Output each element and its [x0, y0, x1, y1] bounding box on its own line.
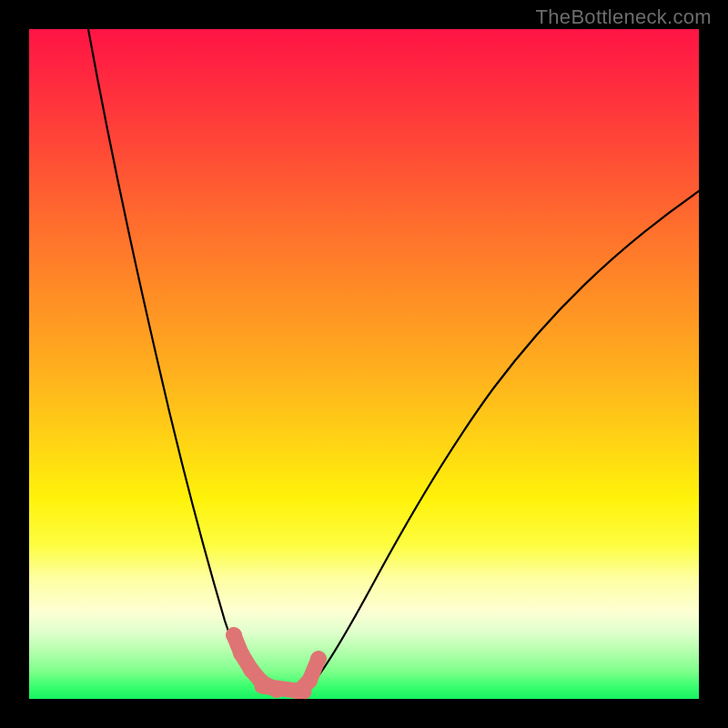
- svg-point-4: [268, 682, 285, 698]
- curve-layer: [29, 29, 699, 699]
- svg-point-1: [233, 645, 249, 662]
- watermark-text: TheBottleneck.com: [536, 5, 712, 29]
- curve-right-branch: [311, 191, 699, 684]
- svg-point-7: [310, 651, 327, 667]
- svg-point-3: [254, 674, 270, 691]
- svg-point-2: [243, 662, 259, 678]
- chart-frame: TheBottleneck.com: [0, 0, 728, 728]
- svg-point-0: [226, 627, 242, 643]
- plot-area: [29, 29, 699, 699]
- curve-left-branch: [88, 29, 257, 686]
- svg-point-6: [301, 672, 318, 689]
